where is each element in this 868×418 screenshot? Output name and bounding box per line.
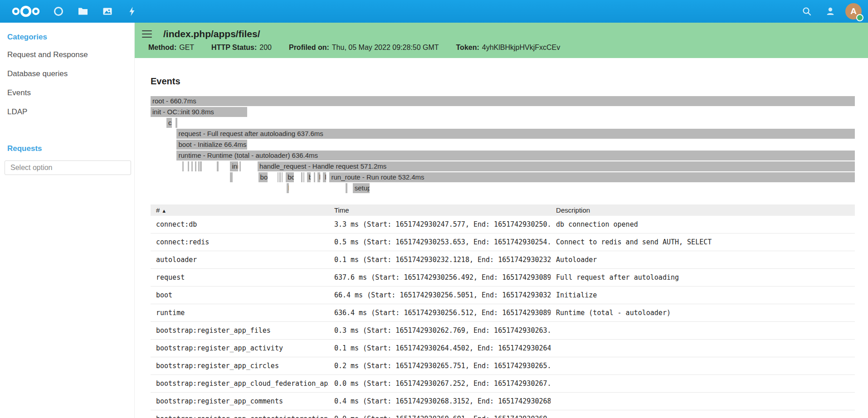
- table-row: connect:db3.3 ms (Start: 1651742930247.5…: [151, 216, 855, 233]
- event-time-cell: 0.4 ms (Start: 1651742930268.3152, End: …: [329, 393, 551, 410]
- user-avatar[interactable]: A: [845, 3, 862, 19]
- timeline-bar: run_route - Run route 532.4ms: [329, 172, 855, 182]
- timeline-bar: [278, 172, 278, 182]
- categories-header: Categories: [0, 29, 134, 45]
- timeline-bar: l: [323, 172, 326, 182]
- table-header-description[interactable]: Description: [551, 204, 855, 216]
- meta-label: Method:: [148, 44, 176, 51]
- menu-icon[interactable]: [142, 30, 152, 38]
- timeline-bar: runtime - Runtime (total - autoloader) 6…: [176, 151, 855, 160]
- files-icon[interactable]: [71, 0, 95, 23]
- timeline-bar: [282, 172, 283, 182]
- sidebar-item-events[interactable]: Events: [0, 83, 134, 102]
- meta-item: Method:GET: [148, 44, 194, 52]
- event-description-cell: [551, 375, 855, 393]
- timeline-bar: [279, 172, 280, 182]
- event-time-cell: 0.1 ms (Start: 1651742930264.4502, End: …: [329, 340, 551, 357]
- request-select-placeholder: Select option: [10, 164, 53, 172]
- timeline-bar: [239, 161, 241, 171]
- timeline-bar: [198, 161, 200, 171]
- sidebar-item-request-and-response[interactable]: Request and Response: [0, 45, 134, 64]
- timeline-row: c: [151, 117, 855, 128]
- event-name-cell: connect:db: [151, 216, 329, 233]
- table-row: bootstrap:register_app_contactsinteracti…: [151, 410, 855, 418]
- meta-value: GET: [179, 44, 194, 51]
- avatar-letter: A: [850, 6, 857, 16]
- event-description-cell: db connection opened: [551, 216, 855, 233]
- sidebar-item-ldap[interactable]: LDAP: [0, 102, 134, 122]
- sidebar-item-database-queries[interactable]: Database queries: [0, 64, 134, 83]
- timeline-row: root - 660.7ms: [151, 96, 855, 107]
- nextcloud-logo-icon[interactable]: [12, 5, 40, 17]
- event-description-cell: Initialize: [551, 287, 855, 304]
- event-description-cell: [551, 322, 855, 340]
- event-name-cell: bootstrap:register_app_cloud_federation_…: [151, 375, 329, 393]
- timeline-row: request - Full request after autoloading…: [151, 128, 855, 139]
- contacts-icon[interactable]: [822, 0, 839, 23]
- profile-header: /index.php/apps/files/ Method:GETHTTP St…: [135, 23, 868, 58]
- table-row: bootstrap:register_app_activity0.1 ms (S…: [151, 340, 855, 357]
- table-row: bootstrap:register_app_files0.3 ms (Star…: [151, 322, 855, 340]
- event-description-cell: Runtime (total - autoloader): [551, 304, 855, 322]
- user-status-dot: [856, 14, 863, 21]
- meta-value: 200: [259, 44, 272, 51]
- timeline-bar: request - Full request after autoloading…: [176, 129, 855, 139]
- requests-header: Requests: [0, 141, 134, 157]
- table-row: bootstrap:register_app_circles0.2 ms (St…: [151, 357, 855, 375]
- events-section-title: Events: [151, 76, 855, 87]
- event-name-cell: bootstrap:register_app_contactsinteracti…: [151, 410, 329, 418]
- timeline-row: runtime - Runtime (total - autoloader) 6…: [151, 150, 855, 161]
- timeline-bar: init - OC::init 90.8ms: [151, 107, 247, 117]
- event-time-cell: 0.5 ms (Start: 1651742930253.653, End: 1…: [329, 233, 551, 251]
- event-time-cell: 0.0 ms (Start: 1651742930267.252, End: 1…: [329, 375, 551, 393]
- table-header-number[interactable]: #▲: [151, 204, 329, 216]
- request-url-title: /index.php/apps/files/: [163, 29, 260, 39]
- request-meta-row: Method:GETHTTP Status:200Profiled on:Thu…: [135, 39, 868, 52]
- timeline-bar: [346, 183, 347, 193]
- event-name-cell: request: [151, 269, 329, 287]
- timeline-bar: [314, 172, 315, 182]
- table-row: request637.6 ms (Start: 1651742930256.49…: [151, 269, 855, 287]
- timeline-row: inihandle_request - Handle request 571.2…: [151, 161, 855, 172]
- meta-item: Profiled on:Thu, 05 May 2022 09:28:50 GM…: [289, 44, 439, 52]
- event-description-cell: Autoloader: [551, 251, 855, 269]
- event-description-cell: Connect to redis and send AUTH, SELECT: [551, 233, 855, 251]
- timeline-bar: root - 660.7ms: [151, 96, 855, 106]
- event-description-cell: [551, 357, 855, 375]
- meta-item: Token:4yhKlBHkjpHVkjFxcCEv: [456, 44, 561, 52]
- dashboard-icon[interactable]: [46, 0, 71, 23]
- meta-label: Token:: [456, 44, 479, 51]
- event-time-cell: 3.3 ms (Start: 1651742930247.577, End: 1…: [329, 216, 551, 233]
- timeline-bar: [301, 172, 302, 182]
- timeline-bar: [191, 161, 193, 171]
- search-icon[interactable]: [798, 0, 815, 23]
- table-row: boot66.4 ms (Start: 1651742930256.5051, …: [151, 287, 855, 304]
- top-bar: A: [0, 0, 868, 23]
- timeline-bar: l: [317, 172, 320, 182]
- event-name-cell: boot: [151, 287, 329, 304]
- timeline-bar: [200, 161, 201, 171]
- meta-label: Profiled on:: [289, 44, 329, 51]
- photos-icon[interactable]: [95, 0, 120, 23]
- timeline-bar: [195, 161, 196, 171]
- event-name-cell: autoloader: [151, 251, 329, 269]
- event-name-cell: bootstrap:register_app_comments: [151, 393, 329, 410]
- event-time-cell: 0.3 ms (Start: 1651742930262.769, End: 1…: [329, 322, 551, 340]
- activity-icon[interactable]: [120, 0, 144, 23]
- event-time-cell: 0.1 ms (Start: 1651742930232.1218, End: …: [329, 251, 551, 269]
- sidebar: Categories Request and ResponseDatabase …: [0, 23, 135, 418]
- timeline-bar: l: [287, 183, 289, 193]
- table-header-time[interactable]: Time: [329, 204, 551, 216]
- event-time-cell: 637.6 ms (Start: 1651742930256.492, End:…: [329, 269, 551, 287]
- timeline-bar: setup: [353, 183, 370, 193]
- event-description-cell: [551, 393, 855, 410]
- event-name-cell: bootstrap:register_app_activity: [151, 340, 329, 357]
- timeline-bar: [188, 161, 189, 171]
- event-name-cell: connect:redis: [151, 233, 329, 251]
- request-select[interactable]: Select option: [5, 160, 131, 175]
- main-panel: /index.php/apps/files/ Method:GETHTTP St…: [135, 23, 868, 418]
- event-time-cell: 66.4 ms (Start: 1651742930256.5051, End:…: [329, 287, 551, 304]
- timeline-bar: bo: [258, 172, 268, 182]
- table-row: autoloader0.1 ms (Start: 1651742930232.1…: [151, 251, 855, 269]
- category-list: Request and ResponseDatabase queriesEven…: [0, 45, 134, 122]
